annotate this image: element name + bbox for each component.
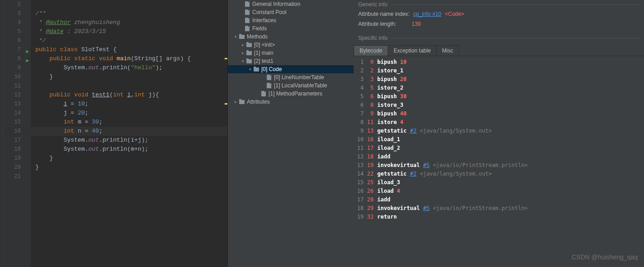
tree-item[interactable]: [0] LineNumberTable (228, 73, 354, 81)
bytecode-line: 22istore_1 (354, 67, 644, 75)
bytecode-line: 1932return (354, 213, 644, 221)
tab-bytecode[interactable]: Bytecode (354, 45, 388, 56)
code-line[interactable]: } (31, 154, 227, 163)
bc-offset: 32 (366, 213, 377, 221)
generic-info-label: Generic info (358, 0, 388, 9)
code-line[interactable]: System.out.println(m+n); (31, 145, 227, 154)
code-line[interactable]: int n = 40; (31, 127, 227, 136)
line-number: 2 (4, 0, 31, 9)
bytecode-listing[interactable]: 10bipush 1022istore_133bipush 2045istore… (354, 56, 644, 267)
tree-item[interactable]: Fields (228, 24, 354, 33)
attr-name-value: <Code> (445, 11, 464, 17)
tree-item-label: Methods (247, 33, 268, 41)
bc-offset: 3 (366, 75, 377, 84)
bc-linenum: 5 (354, 92, 366, 101)
attr-length-label: Attribute length: (358, 21, 408, 27)
code-line[interactable] (31, 172, 227, 181)
bc-instruction: bipush 40 (377, 110, 407, 118)
attr-name-link[interactable]: cp_info #10 (413, 11, 441, 17)
chevron-down-icon[interactable]: ▾ (248, 65, 252, 73)
tree-item[interactable]: General Information (228, 0, 354, 8)
code-line[interactable]: j = 20; (31, 109, 227, 118)
tree-item[interactable]: ▸[1] main (228, 49, 354, 57)
bytecode-line: 56bipush 30 (354, 92, 644, 101)
line-number: 15 (4, 118, 31, 127)
bc-instruction: istore_1 (377, 67, 404, 75)
bc-offset: 2 (366, 67, 377, 75)
bc-offset: 5 (366, 84, 377, 92)
structure-tree[interactable]: General InformationConstant PoolInterfac… (228, 0, 354, 267)
cp-ref-link[interactable]: #2 (410, 171, 416, 177)
attr-length-row: Attribute length: 139 (354, 19, 644, 29)
code-line[interactable]: } (31, 72, 227, 81)
tree-item[interactable]: [1] MethodParameters (228, 90, 354, 98)
tab-exception-table[interactable]: Exception table (388, 45, 437, 56)
bytecode-line: 10bipush 10 (354, 58, 644, 67)
tree-item[interactable]: Constant Pool (228, 8, 354, 16)
tree-item[interactable]: ▸[0] <init> (228, 41, 354, 49)
tab-misc[interactable]: Misc (436, 45, 459, 56)
code-line[interactable]: */ (31, 36, 227, 45)
tree-item[interactable]: ▸Attributes (228, 98, 354, 106)
code-line[interactable]: } (31, 163, 227, 172)
tree-item[interactable]: ▾Methods (228, 33, 354, 41)
bc-offset: 19 (366, 161, 377, 170)
line-number: 10 (4, 72, 31, 81)
bc-offset: 6 (366, 92, 377, 101)
line-number: 9 (4, 63, 31, 72)
bytecode-line: 79bipush 40 (354, 110, 644, 118)
code-line[interactable]: public void test1(int i,int j){ (31, 91, 227, 100)
tree-item[interactable]: ▾[2] test1 (228, 57, 354, 65)
bc-instruction: invokevirtual #5 <java/io/PrintStream.pr… (377, 204, 528, 213)
code-line[interactable]: System.out.println("hello"); (31, 63, 227, 72)
line-number: 12 (4, 91, 31, 100)
bytecode-line: 1422getstatic #2 <java/lang/System.out> (354, 170, 644, 178)
bc-linenum: 8 (354, 118, 366, 127)
tree-item-label: [1] LocalVariableTable (274, 81, 327, 90)
gutter-stripe (0, 0, 4, 267)
chevron-right-icon[interactable]: ▸ (233, 98, 238, 106)
chevron-down-icon[interactable]: ▾ (240, 57, 245, 65)
bc-linenum: 13 (354, 161, 366, 170)
line-number: 5 (4, 27, 31, 36)
code-line[interactable]: public static void main(String[] args) { (31, 54, 227, 63)
bytecode-line: 1525iload_3 (354, 178, 644, 187)
tree-item[interactable]: ▾[0] Code (228, 65, 354, 73)
change-marker (225, 103, 227, 105)
chevron-down-icon[interactable]: ▾ (233, 33, 238, 41)
code-line[interactable] (31, 81, 227, 91)
bytecode-tabs: BytecodeException tableMisc (354, 45, 644, 56)
chevron-right-icon[interactable]: ▸ (240, 41, 245, 49)
code-area[interactable]: /** * @author zhenghuisheng * @date : 20… (31, 0, 227, 267)
bc-instruction: bipush 30 (377, 92, 407, 101)
chevron-right-icon[interactable]: ▸ (240, 49, 245, 57)
bc-linenum: 15 (354, 178, 366, 187)
bc-linenum: 7 (354, 110, 366, 118)
tree-item[interactable]: Interfaces (228, 16, 354, 24)
bc-offset: 25 (366, 178, 377, 187)
bc-offset: 17 (366, 144, 377, 153)
line-number: 17 (4, 136, 31, 145)
bc-offset: 8 (366, 101, 377, 110)
tree-item[interactable]: [1] LocalVariableTable (228, 81, 354, 90)
bc-offset: 18 (366, 153, 377, 161)
line-number: 6 (4, 36, 31, 45)
bc-instruction: iload_3 (377, 178, 400, 187)
line-number: 4 (4, 18, 31, 27)
cp-ref-link[interactable]: #5 (423, 205, 429, 211)
bytecode-line: 1319invokevirtual #5 <java/io/PrintStrea… (354, 161, 644, 170)
code-line[interactable]: i = 10; (31, 100, 227, 109)
file-icon (244, 25, 250, 32)
bc-offset: 13 (366, 127, 377, 135)
code-line[interactable] (31, 0, 227, 9)
code-line[interactable]: public class SlotTest { (31, 45, 227, 54)
cp-ref-link[interactable]: #5 (423, 162, 429, 168)
cp-ref-link[interactable]: #2 (410, 128, 416, 134)
code-line[interactable]: /** (31, 9, 227, 18)
code-line[interactable]: * @date : 2023/3/15 (31, 27, 227, 36)
bc-linenum: 17 (354, 195, 366, 204)
bytecode-line: 811istore 4 (354, 118, 644, 127)
code-line[interactable]: int m = 30; (31, 118, 227, 127)
code-line[interactable]: * @author zhenghuisheng (31, 18, 227, 27)
code-line[interactable]: System.out.println(i+j); (31, 136, 227, 145)
